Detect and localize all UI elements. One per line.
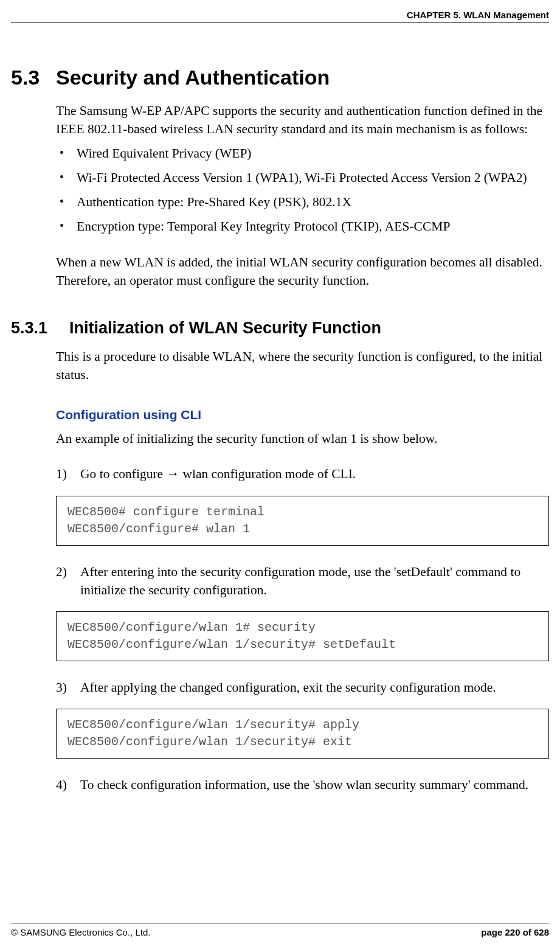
section-title: Security and Authentication xyxy=(56,66,330,89)
page-footer: © SAMSUNG Electronics Co., Ltd. page 220… xyxy=(11,923,549,937)
subsection-number: 5.3.1 xyxy=(11,319,69,338)
section-body: The Samsung W-EP AP/APC supports the sec… xyxy=(56,102,549,290)
steps-list: 2) After entering into the security conf… xyxy=(56,563,549,599)
step-text: After applying the changed configuration… xyxy=(80,678,549,697)
list-item: Authentication type: Pre-Shared Key (PSK… xyxy=(56,193,549,211)
code-block: WEC8500# configure terminal WEC8500/conf… xyxy=(56,496,549,546)
step-number: 1) xyxy=(56,465,80,483)
step-text: To check configuration information, use … xyxy=(80,776,549,794)
section-note: When a new WLAN is added, the initial WL… xyxy=(56,253,549,290)
subsection-intro: This is a procedure to disable WLAN, whe… xyxy=(56,347,549,384)
page-number: page 220 of 628 xyxy=(481,927,549,937)
cli-heading: Configuration using CLI xyxy=(56,406,549,423)
list-item: Encryption type: Temporal Key Integrity … xyxy=(56,217,549,235)
bullet-list: Wired Equivalent Privacy (WEP) Wi-Fi Pro… xyxy=(56,144,549,235)
list-item: Wi-Fi Protected Access Version 1 (WPA1),… xyxy=(56,169,549,187)
code-block: WEC8500/configure/wlan 1/security# apply… xyxy=(56,709,549,759)
cli-intro: An example of initializing the security … xyxy=(56,429,549,448)
step-text: Go to configure → wlan configuration mod… xyxy=(80,465,549,483)
step-number: 4) xyxy=(56,776,80,794)
subsection-heading: 5.3.1 Initialization of WLAN Security Fu… xyxy=(11,319,549,338)
code-block: WEC8500/configure/wlan 1# security WEC85… xyxy=(56,611,549,661)
page-header: CHAPTER 5. WLAN Management xyxy=(11,0,549,23)
step-number: 2) xyxy=(56,563,80,599)
chapter-title: CHAPTER 5. WLAN Management xyxy=(407,10,549,20)
copyright: © SAMSUNG Electronics Co., Ltd. xyxy=(11,927,150,937)
section-number: 5.3 xyxy=(11,66,56,89)
list-item: 1) Go to configure → wlan configuration … xyxy=(56,465,549,483)
steps-list: 1) Go to configure → wlan configuration … xyxy=(56,465,549,483)
section-intro: The Samsung W-EP AP/APC supports the sec… xyxy=(56,102,549,138)
subsection-body: This is a procedure to disable WLAN, whe… xyxy=(56,347,549,794)
list-item: 3) After applying the changed configurat… xyxy=(56,678,549,697)
list-item: 2) After entering into the security conf… xyxy=(56,563,549,599)
steps-list: 3) After applying the changed configurat… xyxy=(56,678,549,697)
step-number: 3) xyxy=(56,678,80,697)
arrow-icon: → xyxy=(167,467,180,481)
section-heading: 5.3 Security and Authentication xyxy=(11,66,549,89)
page-content: 5.3 Security and Authentication The Sams… xyxy=(11,23,549,794)
list-item: Wired Equivalent Privacy (WEP) xyxy=(56,144,549,162)
list-item: 4) To check configuration information, u… xyxy=(56,776,549,794)
subsection-title: Initialization of WLAN Security Function xyxy=(69,319,381,338)
step-text: After entering into the security configu… xyxy=(80,563,549,599)
steps-list: 4) To check configuration information, u… xyxy=(56,776,549,794)
